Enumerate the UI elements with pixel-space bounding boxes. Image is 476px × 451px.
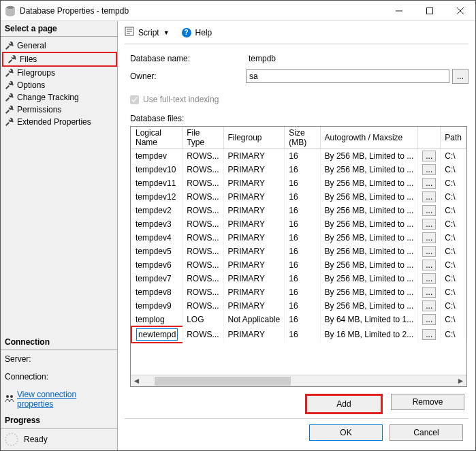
page-item-change-tracking[interactable]: Change Tracking bbox=[1, 91, 117, 104]
cell-size[interactable]: 16 bbox=[285, 163, 320, 176]
cell-autogrowth[interactable]: By 256 MB, Limited to ... bbox=[320, 231, 418, 245]
cell-autogrowth[interactable]: By 256 MB, Limited to ... bbox=[320, 163, 418, 176]
cell-filegroup[interactable]: PRIMARY bbox=[223, 231, 285, 245]
cell-logical[interactable]: tempdev6 bbox=[131, 258, 183, 272]
cell-filegroup[interactable]: PRIMARY bbox=[223, 204, 285, 217]
cell-autogrowth[interactable]: By 256 MB, Limited to ... bbox=[320, 299, 418, 313]
cell-filegroup[interactable]: PRIMARY bbox=[223, 285, 285, 299]
cell-filegroup[interactable]: PRIMARY bbox=[223, 163, 285, 176]
autogrowth-edit-button[interactable]: ... bbox=[422, 300, 436, 311]
cell-autogrowth[interactable]: By 256 MB, Limited to ... bbox=[320, 272, 418, 285]
autogrowth-edit-button[interactable]: ... bbox=[422, 273, 436, 284]
cell-filegroup[interactable]: PRIMARY bbox=[223, 326, 285, 343]
cell-filetype[interactable]: ROWS... bbox=[183, 258, 223, 272]
cell-filetype[interactable]: ROWS... bbox=[183, 231, 223, 245]
cell-filegroup[interactable]: PRIMARY bbox=[223, 217, 285, 231]
cell-path[interactable]: C:\ bbox=[441, 313, 466, 326]
autogrowth-edit-button[interactable]: ... bbox=[422, 287, 436, 298]
cell-logical[interactable]: templog bbox=[131, 313, 183, 326]
cell-filegroup[interactable]: PRIMARY bbox=[223, 149, 285, 164]
cell-logical[interactable]: tempdev12 bbox=[131, 190, 183, 204]
table-row[interactable]: tempdev6ROWS...PRIMARY16By 256 MB, Limit… bbox=[131, 258, 466, 272]
cell-autogrowth[interactable]: By 256 MB, Limited to ... bbox=[320, 176, 418, 190]
cell-path[interactable]: C:\ bbox=[441, 272, 466, 285]
cell-filetype[interactable]: ROWS... bbox=[183, 149, 223, 164]
cell-path[interactable]: C:\ bbox=[441, 163, 466, 176]
remove-button[interactable]: Remove bbox=[391, 394, 464, 410]
autogrowth-edit-button[interactable]: ... bbox=[422, 178, 436, 189]
cell-path[interactable]: C:\ bbox=[441, 326, 466, 343]
cell-filegroup[interactable]: PRIMARY bbox=[223, 272, 285, 285]
col-logical-name[interactable]: Logical Name bbox=[131, 127, 183, 149]
cell-size[interactable]: 16 bbox=[285, 272, 320, 285]
cell-size[interactable]: 16 bbox=[285, 190, 320, 204]
page-item-extended-properties[interactable]: Extended Properties bbox=[1, 116, 117, 128]
table-row[interactable]: tempdev11ROWS...PRIMARY16By 256 MB, Limi… bbox=[131, 176, 466, 190]
table-row[interactable]: tempdev9ROWS...PRIMARY16By 256 MB, Limit… bbox=[131, 299, 466, 313]
cell-filetype[interactable]: ROWS... bbox=[183, 285, 223, 299]
cell-filetype[interactable]: ROWS... bbox=[183, 190, 223, 204]
scroll-left-icon[interactable]: ◄ bbox=[131, 375, 142, 387]
cell-filetype[interactable]: ROWS... bbox=[183, 299, 223, 313]
cell-path[interactable]: C:\ bbox=[441, 285, 466, 299]
cell-path[interactable]: C:\ bbox=[441, 258, 466, 272]
scroll-thumb[interactable] bbox=[155, 377, 291, 386]
autogrowth-edit-button[interactable]: ... bbox=[422, 219, 436, 230]
cell-filegroup[interactable]: PRIMARY bbox=[223, 190, 285, 204]
cell-path[interactable]: C:\ bbox=[441, 176, 466, 190]
ok-button[interactable]: OK bbox=[309, 424, 383, 441]
cell-autogrowth[interactable]: By 16 MB, Limited to 2... bbox=[320, 326, 418, 343]
table-row[interactable]: tempdev5ROWS...PRIMARY16By 256 MB, Limit… bbox=[131, 245, 466, 258]
cell-size[interactable]: 16 bbox=[285, 176, 320, 190]
view-connection-properties-link[interactable]: View connection properties bbox=[5, 390, 113, 409]
files-grid[interactable]: Logical Name File Type Filegroup Size (M… bbox=[130, 126, 467, 387]
cell-path[interactable]: C:\ bbox=[441, 299, 466, 313]
add-button[interactable]: Add bbox=[305, 394, 383, 414]
maximize-button[interactable] bbox=[414, 1, 445, 21]
logical-name-input[interactable] bbox=[136, 328, 178, 341]
cell-filetype[interactable]: ROWS... bbox=[183, 217, 223, 231]
cell-filetype[interactable]: ROWS... bbox=[183, 326, 223, 343]
col-path[interactable]: Path bbox=[441, 127, 466, 149]
cell-size[interactable]: 16 bbox=[285, 245, 320, 258]
page-item-filegroups[interactable]: Filegroups bbox=[1, 67, 117, 79]
cell-path[interactable]: C:\ bbox=[441, 204, 466, 217]
page-item-files[interactable]: Files bbox=[2, 52, 117, 67]
col-autogrowth[interactable]: Autogrowth / Maxsize bbox=[320, 127, 418, 149]
cell-logical[interactable]: tempdev8 bbox=[131, 285, 183, 299]
cell-filegroup[interactable]: PRIMARY bbox=[223, 299, 285, 313]
cell-size[interactable]: 16 bbox=[285, 217, 320, 231]
cell-logical[interactable]: tempdev2 bbox=[131, 204, 183, 217]
cell-size[interactable]: 16 bbox=[285, 299, 320, 313]
autogrowth-edit-button[interactable]: ... bbox=[422, 164, 436, 175]
cell-size[interactable]: 16 bbox=[285, 326, 320, 343]
cell-autogrowth[interactable]: By 64 MB, Limited to 1... bbox=[320, 313, 418, 326]
autogrowth-edit-button[interactable]: ... bbox=[422, 205, 436, 216]
page-item-permissions[interactable]: Permissions bbox=[1, 104, 117, 116]
autogrowth-edit-button[interactable]: ... bbox=[422, 246, 436, 257]
cancel-button[interactable]: Cancel bbox=[390, 424, 463, 441]
help-button[interactable]: Help bbox=[195, 28, 212, 37]
cell-autogrowth[interactable]: By 256 MB, Limited to ... bbox=[320, 149, 418, 164]
cell-logical[interactable]: tempdev9 bbox=[131, 299, 183, 313]
cell-size[interactable]: 16 bbox=[285, 313, 320, 326]
cell-filetype[interactable]: LOG bbox=[183, 313, 223, 326]
table-row[interactable]: tempdev8ROWS...PRIMARY16By 256 MB, Limit… bbox=[131, 285, 466, 299]
cell-filetype[interactable]: ROWS... bbox=[183, 176, 223, 190]
cell-filegroup[interactable]: PRIMARY bbox=[223, 258, 285, 272]
cell-autogrowth[interactable]: By 256 MB, Limited to ... bbox=[320, 190, 418, 204]
cell-logical[interactable]: tempdev10 bbox=[131, 163, 183, 176]
cell-autogrowth[interactable]: By 256 MB, Limited to ... bbox=[320, 258, 418, 272]
col-file-type[interactable]: File Type bbox=[183, 127, 223, 149]
script-dropdown-icon[interactable]: ▼ bbox=[163, 29, 170, 36]
table-row[interactable]: tempdev2ROWS...PRIMARY16By 256 MB, Limit… bbox=[131, 204, 466, 217]
col-size[interactable]: Size (MB) bbox=[285, 127, 320, 149]
cell-path[interactable]: C:\ bbox=[441, 149, 466, 164]
cell-filetype[interactable]: ROWS... bbox=[183, 204, 223, 217]
cell-size[interactable]: 16 bbox=[285, 204, 320, 217]
table-row[interactable]: tempdev12ROWS...PRIMARY16By 256 MB, Limi… bbox=[131, 190, 466, 204]
table-row[interactable]: tempdev4ROWS...PRIMARY16By 256 MB, Limit… bbox=[131, 231, 466, 245]
autogrowth-edit-button[interactable]: ... bbox=[422, 329, 436, 340]
cell-logical[interactable]: tempdev4 bbox=[131, 231, 183, 245]
autogrowth-edit-button[interactable]: ... bbox=[422, 232, 436, 243]
